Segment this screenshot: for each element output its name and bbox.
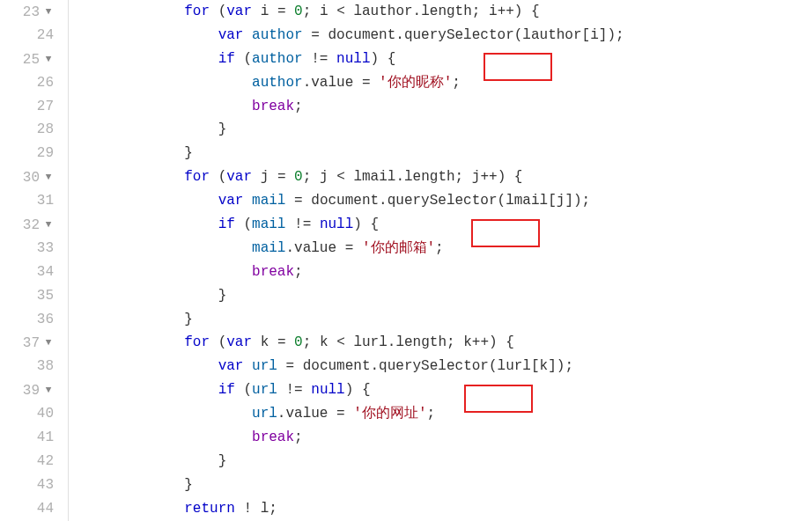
line-number: 44 (0, 497, 54, 521)
code-line[interactable]: } (83, 284, 812, 308)
line-number: 38 (0, 355, 54, 378)
line-number: 42 (0, 450, 54, 473)
code-line[interactable]: } (83, 473, 812, 497)
fold-toggle-icon[interactable]: ▼ (43, 165, 54, 189)
fold-toggle-icon[interactable]: ▼ (43, 0, 54, 24)
code-line[interactable]: var author = document.querySelector(laut… (83, 24, 812, 48)
code-line[interactable]: for (var k = 0; k < lurl.length; k++) { (83, 331, 812, 355)
fold-toggle-icon[interactable]: ▼ (43, 48, 54, 71)
fold-toggle-icon[interactable]: ▼ (43, 378, 54, 402)
code-editor-area[interactable]: for (var i = 0; i < lauthor.length; i++)… (69, 0, 812, 521)
line-number: 33 (0, 237, 54, 260)
line-number: 34 (0, 260, 54, 284)
fold-toggle-icon[interactable]: ▼ (43, 331, 54, 355)
line-number: 26 (0, 71, 54, 95)
code-line[interactable]: return ! l; (83, 497, 812, 521)
line-number: 29 (0, 142, 54, 165)
line-number: 43 (0, 473, 54, 497)
code-line[interactable]: } (83, 118, 812, 142)
fold-toggle-icon[interactable]: ▼ (43, 213, 54, 237)
line-number-gutter: 23▼2425▼2627282930▼3132▼3334353637▼3839▼… (0, 0, 69, 521)
line-number: 41 (0, 426, 54, 450)
line-number: 40 (0, 402, 54, 426)
line-number: 24 (0, 24, 54, 48)
line-number: 39▼ (0, 378, 54, 402)
code-line[interactable]: for (var i = 0; i < lauthor.length; i++)… (83, 0, 812, 24)
line-number: 27 (0, 95, 54, 119)
line-number: 28 (0, 118, 54, 142)
code-line[interactable]: for (var j = 0; j < lmail.length; j++) { (83, 165, 812, 189)
line-number: 35 (0, 284, 54, 308)
code-line[interactable]: break; (83, 260, 812, 284)
code-line[interactable]: break; (83, 426, 812, 450)
code-line[interactable]: } (83, 142, 812, 165)
code-line[interactable]: author.value = '你的昵称'; (83, 71, 812, 95)
line-number: 23▼ (0, 0, 54, 24)
line-number: 36 (0, 308, 54, 332)
code-line[interactable]: break; (83, 95, 812, 119)
line-number: 31 (0, 189, 54, 213)
code-line[interactable]: var url = document.querySelector(lurl[k]… (83, 355, 812, 378)
code-line[interactable]: url.value = '你的网址'; (83, 402, 812, 426)
code-line[interactable]: } (83, 308, 812, 332)
line-number: 32▼ (0, 213, 54, 237)
line-number: 37▼ (0, 331, 54, 355)
line-number: 25▼ (0, 48, 54, 71)
code-line[interactable]: if (url != null) { (83, 378, 812, 402)
code-line[interactable]: var mail = document.querySelector(lmail[… (83, 189, 812, 213)
line-number: 30▼ (0, 165, 54, 189)
code-line[interactable]: mail.value = '你的邮箱'; (83, 237, 812, 260)
code-line[interactable]: if (mail != null) { (83, 213, 812, 237)
code-line[interactable]: } (83, 450, 812, 473)
code-line[interactable]: if (author != null) { (83, 48, 812, 71)
